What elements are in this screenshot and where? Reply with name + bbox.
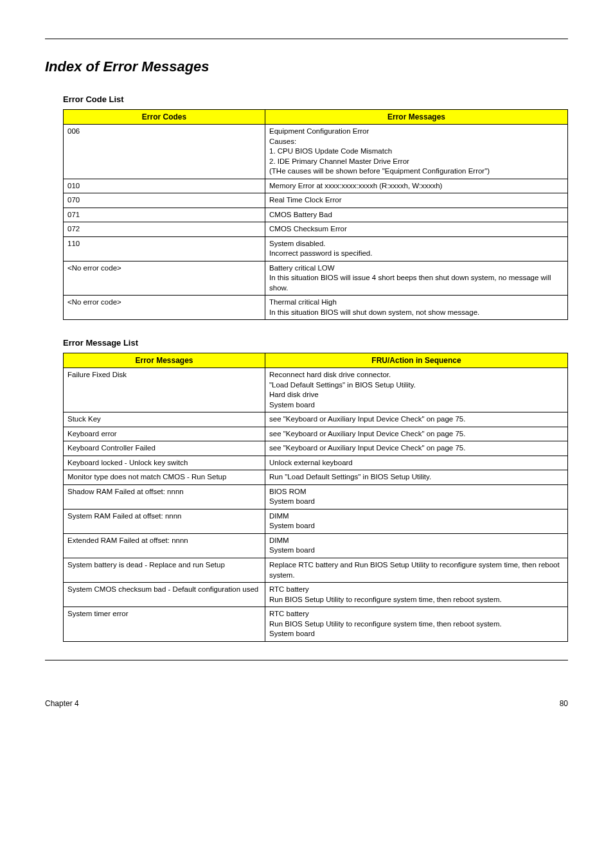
th-error-messages2: Error Messages [64,353,265,368]
table-row: System battery is dead - Replace and run… [64,558,568,582]
table-row: System CMOS checksum bad - Default confi… [64,583,568,607]
cell-right: RTC battery Run BIOS Setup Utility to re… [265,583,568,607]
cell-right: BIOS ROM System board [265,484,568,509]
cell-left: 110 [64,236,265,261]
table-row: Monitor type does not match CMOS - Run S… [64,470,568,485]
cell-right: Unlock external keyboard [265,456,568,470]
table-row: System timer errorRTC battery Run BIOS S… [64,607,568,642]
cell-left: 006 [64,125,265,179]
cell-left: Extended RAM Failed at offset: nnnn [64,533,265,558]
cell-right: see "Keyboard or Auxiliary Input Device … [265,441,568,456]
cell-right: see "Keyboard or Auxiliary Input Device … [265,412,568,427]
error-message-table: Error Messages FRU/Action in Sequence Fa… [63,353,568,641]
cell-left: 010 [64,179,265,193]
cell-right: System disabled. Incorrect password is s… [265,236,568,261]
cell-left: Keyboard locked - Unlock key switch [64,456,265,470]
footer-page: 80 [560,699,568,708]
cell-right: Battery critical LOW In this situation B… [265,261,568,296]
cell-left: Monitor type does not match CMOS - Run S… [64,470,265,485]
cell-left: System timer error [64,607,265,642]
cell-left: <No error code> [64,296,265,320]
cell-left: System CMOS checksum bad - Default confi… [64,583,265,607]
table-row: <No error code>Battery critical LOW In t… [64,261,568,296]
table-row: Keyboard locked - Unlock key switchUnloc… [64,456,568,470]
th-fru-action: FRU/Action in Sequence [265,353,568,368]
cell-right: Replace RTC battery and Run BIOS Setup U… [265,558,568,582]
table-row: <No error code>Thermal critical High In … [64,296,568,320]
footer-block: Chapter 4 80 [45,660,568,708]
error-message-tbody: Failure Fixed DiskReconnect hard disk dr… [64,368,568,641]
error-code-list-heading: Error Code List [63,94,568,104]
th-error-codes: Error Codes [64,110,265,125]
cell-right: Equipment Configuration Error Causes: 1.… [265,125,568,179]
cell-left: 072 [64,222,265,237]
cell-right: see "Keyboard or Auxiliary Input Device … [265,427,568,441]
cell-right: RTC battery Run BIOS Setup Utility to re… [265,607,568,642]
table-row: Shadow RAM Failed at offset: nnnnBIOS RO… [64,484,568,509]
error-code-tbody: 006Equipment Configuration Error Causes:… [64,125,568,320]
cell-left: Stuck Key [64,412,265,427]
cell-right: Run "Load Default Settings" in BIOS Setu… [265,470,568,485]
cell-left: 071 [64,208,265,222]
table-row: 072CMOS Checksum Error [64,222,568,237]
cell-right: CMOS Checksum Error [265,222,568,237]
cell-right: DIMM System board [265,509,568,533]
cell-left: <No error code> [64,261,265,296]
cell-right: Real Time Clock Error [265,193,568,208]
table-row: 110System disabled. Incorrect password i… [64,236,568,261]
table-row: Failure Fixed DiskReconnect hard disk dr… [64,368,568,412]
table-row: 010Memory Error at xxxx:xxxx:xxxxh (R:xx… [64,179,568,193]
cell-right: Thermal critical High In this situation … [265,296,568,320]
error-code-table: Error Codes Error Messages 006Equipment … [63,109,568,320]
footer-rule [45,660,568,660]
table-row: 006Equipment Configuration Error Causes:… [64,125,568,179]
cell-left: System battery is dead - Replace and run… [64,558,265,582]
table-row: 070Real Time Clock Error [64,193,568,208]
table-row: Extended RAM Failed at offset: nnnnDIMM … [64,533,568,558]
table-row: 071CMOS Battery Bad [64,208,568,222]
error-message-list-heading: Error Message List [63,338,568,348]
cell-left: Shadow RAM Failed at offset: nnnn [64,484,265,509]
page-title: Index of Error Messages [45,58,568,75]
cell-right: Memory Error at xxxx:xxxx:xxxxh (R:xxxxh… [265,179,568,193]
table-row: Keyboard Controller Failedsee "Keyboard … [64,441,568,456]
table-row: Stuck Keysee "Keyboard or Auxiliary Inpu… [64,412,568,427]
table-row: System RAM Failed at offset: nnnnDIMM Sy… [64,509,568,533]
top-rule [45,39,568,39]
th-error-messages: Error Messages [265,110,568,125]
cell-left: Failure Fixed Disk [64,368,265,412]
cell-right: CMOS Battery Bad [265,208,568,222]
cell-left: 070 [64,193,265,208]
footer-chapter: Chapter 4 [45,699,79,708]
cell-left: Keyboard error [64,427,265,441]
cell-right: Reconnect hard disk drive connector. "Lo… [265,368,568,412]
cell-left: System RAM Failed at offset: nnnn [64,509,265,533]
cell-left: Keyboard Controller Failed [64,441,265,456]
table-row: Keyboard errorsee "Keyboard or Auxiliary… [64,427,568,441]
cell-right: DIMM System board [265,533,568,558]
